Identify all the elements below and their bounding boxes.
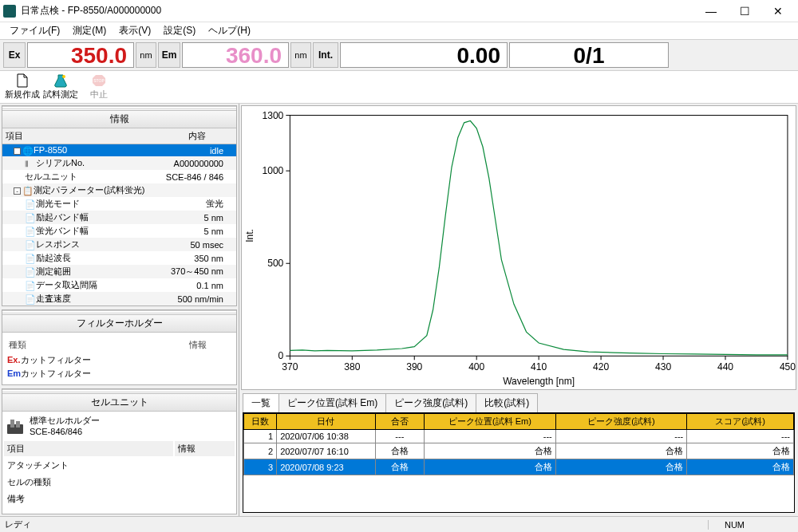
svg-text:1300: 1300 [262, 110, 283, 121]
ex-label: Ex [3, 42, 26, 68]
info-title: 情報 [2, 111, 236, 128]
grid-header[interactable]: スコア(試料) [687, 414, 794, 430]
chart-area[interactable]: 370380390400410420430440450050010001300W… [241, 105, 796, 390]
filter-col2: 情報 [188, 337, 231, 353]
svg-rect-5 [16, 421, 20, 428]
svg-text:390: 390 [406, 361, 422, 372]
svg-text:1000: 1000 [262, 165, 283, 176]
cell-prop-row[interactable]: セルの種類 [4, 475, 235, 490]
maximize-button[interactable]: ☐ [728, 2, 761, 21]
grid-row[interactable]: 12020/07/06 10:38------------ [244, 430, 794, 443]
grid-row[interactable]: 32020/07/08 9:23合格合格合格合格 [244, 459, 794, 475]
svg-point-0 [62, 75, 65, 78]
info-row[interactable]: 📄測光モード蛍光 [2, 197, 236, 211]
info-row[interactable]: 📄レスポンス50 msec [2, 238, 236, 251]
info-panel: 情報 項目 内容 -🌐FP-8550idle⫴シリアルNo.A000000000… [2, 105, 237, 306]
em-label: Em [158, 42, 180, 68]
grid-header[interactable]: ピーク位置(試料 Em) [425, 414, 556, 430]
svg-text:420: 420 [593, 361, 609, 372]
info-row[interactable]: -🌐FP-8550idle [2, 144, 236, 157]
stop-label: 中止 [90, 89, 108, 100]
cell-title: セルユニット [2, 394, 236, 412]
svg-text:370: 370 [282, 361, 298, 372]
document-icon [15, 73, 30, 88]
toolbar: 新規作成 試料測定 STOP 中止 [0, 70, 798, 104]
grid-header[interactable]: 日数 [244, 414, 277, 430]
info-col1: 項目 [2, 128, 158, 144]
result-tabs: 一覧 ピーク位置(試料 Em) ピーク強度(試料) 比較(試料) [239, 392, 798, 412]
grid-header[interactable]: 日付 [277, 414, 375, 430]
info-row[interactable]: 📄励起バンド幅5 nm [2, 211, 236, 224]
cell-model: SCE-846/846 [30, 427, 100, 436]
menu-settings[interactable]: 設定(S) [157, 22, 202, 39]
status-ready: レディ [5, 518, 31, 530]
stop-button: STOP 中止 [80, 73, 118, 101]
svg-text:Int.: Int. [244, 229, 255, 242]
menu-measure[interactable]: 測定(M) [66, 22, 113, 39]
ex-unit: nm [136, 42, 156, 68]
svg-text:0: 0 [279, 350, 284, 361]
status-num: NUM [708, 520, 760, 530]
filter-col1: 種類 [7, 337, 186, 353]
minimize-button[interactable]: — [694, 2, 728, 21]
app-icon [3, 5, 16, 18]
close-button[interactable]: ✕ [761, 2, 795, 21]
tab-peak-pos[interactable]: ピーク位置(試料 Em) [279, 393, 386, 412]
cell-props-table: 項目 情報 アタッチメントセルの種類備考 [2, 439, 236, 508]
info-row[interactable]: 📄データ取込間隔0.1 nm [2, 278, 236, 292]
info-row[interactable]: ⫴シリアルNo.A000000000 [2, 156, 236, 170]
info-row[interactable]: -📋測定パラメーター(試料蛍光) [2, 183, 236, 197]
filter-title: フィルターホルダー [2, 315, 236, 333]
stop-icon: STOP [92, 73, 106, 88]
readout-bar: Ex 350.0 nm Em 360.0 nm Int. 0.00 0/1 [0, 40, 798, 70]
new-button[interactable]: 新規作成 [3, 73, 41, 101]
titlebar: 日常点検 - FP-8550/A000000000 — ☐ ✕ [0, 0, 798, 22]
info-row[interactable]: 📄走査速度500 nm/min [2, 292, 236, 305]
svg-text:440: 440 [717, 361, 733, 372]
tab-list[interactable]: 一覧 [243, 393, 279, 412]
svg-text:400: 400 [468, 361, 484, 372]
counter-value: 0/1 [509, 42, 669, 68]
int-value: 0.00 [340, 42, 508, 68]
grid-header[interactable]: 合否 [375, 414, 425, 430]
result-grid[interactable]: 日数日付合否ピーク位置(試料 Em)ピーク強度(試料)スコア(試料) 12020… [243, 412, 795, 513]
svg-text:430: 430 [655, 361, 671, 372]
info-row[interactable]: セルユニットSCE-846 / 846 [2, 170, 236, 183]
menubar: ファイル(F) 測定(M) 表示(V) 設定(S) ヘルプ(H) [0, 22, 798, 40]
cell-prop-row[interactable]: 備考 [4, 491, 235, 506]
new-label: 新規作成 [5, 89, 40, 100]
info-row[interactable]: 📄励起波長350 nm [2, 251, 236, 265]
em-value: 360.0 [182, 42, 289, 68]
filter-ex-row[interactable]: Ex.Ex.カットフィルターカットフィルター [7, 354, 186, 366]
menu-file[interactable]: ファイル(F) [3, 22, 66, 39]
svg-rect-3 [7, 424, 23, 434]
cell-prop-row[interactable]: アタッチメント [4, 458, 235, 473]
int-label: Int. [313, 42, 338, 68]
info-row[interactable]: 📄測定範囲370～450 nm [2, 265, 236, 278]
grid-header[interactable]: ピーク強度(試料) [555, 414, 687, 430]
info-row[interactable]: 📄蛍光バンド幅5 nm [2, 224, 236, 238]
grid-row[interactable]: 22020/07/07 16:10合格合格合格合格 [244, 443, 794, 459]
info-col2: 内容 [158, 128, 236, 144]
tab-compare[interactable]: 比較(試料) [476, 393, 538, 412]
menu-help[interactable]: ヘルプ(H) [202, 22, 257, 39]
statusbar: レディ NUM [0, 516, 798, 532]
menu-view[interactable]: 表示(V) [113, 22, 157, 39]
svg-rect-4 [10, 420, 14, 428]
filter-em-row[interactable]: Emカットフィルター [7, 368, 186, 380]
svg-rect-6 [290, 116, 788, 357]
svg-text:450: 450 [780, 361, 796, 372]
em-unit: nm [290, 42, 311, 68]
flask-icon [53, 73, 68, 88]
measure-label: 試料測定 [43, 89, 78, 100]
svg-text:380: 380 [344, 361, 360, 372]
tab-peak-int[interactable]: ピーク強度(試料) [385, 393, 476, 412]
spectrum-chart: 370380390400410420430440450050010001300W… [242, 106, 796, 389]
cell-panel: セルユニット 標準セルホルダー SCE-846/846 項目 情報 アタッチメン… [2, 388, 237, 514]
left-column: 情報 項目 内容 -🌐FP-8550idle⫴シリアルNo.A000000000… [0, 104, 239, 516]
svg-text:410: 410 [531, 361, 547, 372]
svg-text:Wavelength [nm]: Wavelength [nm] [503, 376, 575, 387]
measure-button[interactable]: 試料測定 [41, 73, 80, 101]
cell-col2: 情報 [175, 441, 235, 456]
filter-panel: フィルターホルダー 種類 情報 Ex.Ex.カットフィルターカットフィルター E… [2, 309, 237, 385]
